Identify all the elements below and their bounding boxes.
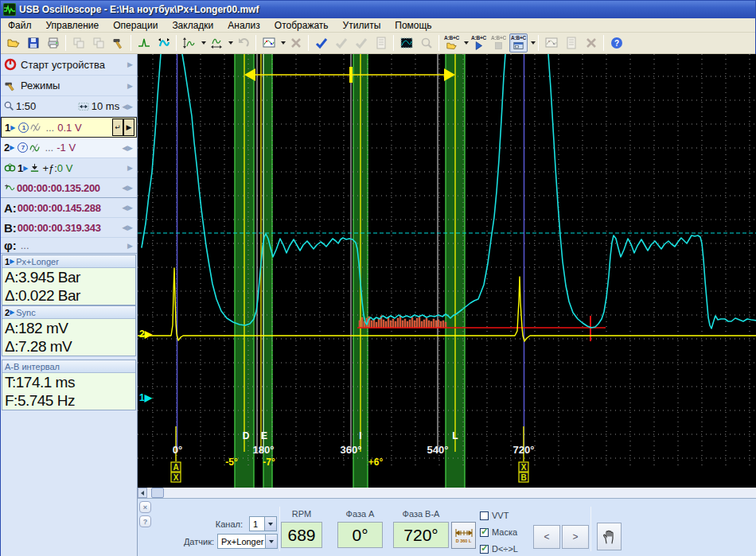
- prev-cycle-button[interactable]: <: [533, 525, 560, 549]
- tools-button[interactable]: [109, 33, 127, 52]
- stretch-signal-button[interactable]: [154, 33, 173, 52]
- phase-row[interactable]: φ: ... ▶: [1, 238, 137, 254]
- left-right-arrows-icon[interactable]: ◀▶: [122, 204, 133, 212]
- marker-b-row[interactable]: B: 000:00:00.319.343 ◀▶: [1, 218, 137, 238]
- left-right-arrows-icon[interactable]: ◀▶: [122, 144, 133, 152]
- result-delete-button: [582, 33, 600, 52]
- expand-arrow-icon[interactable]: ▶: [127, 82, 133, 90]
- mask-bar: [426, 318, 427, 328]
- left-right-arrows-icon[interactable]: ◀▶: [122, 224, 133, 231]
- zoom-ratio-value[interactable]: 1:50: [16, 100, 36, 112]
- checkbox-icon: ✓: [480, 511, 489, 520]
- expand-arrow-icon[interactable]: ▶: [127, 164, 133, 172]
- measure-value-t: T:174.1 ms: [2, 373, 135, 391]
- print-icon: [47, 37, 60, 49]
- marker-a-row[interactable]: A: 000:00:00.145.288 ◀▶: [1, 198, 137, 218]
- open-file-button[interactable]: [4, 33, 22, 52]
- phase-label: φ:: [4, 239, 17, 252]
- channel-position-marker[interactable]: 2▶: [139, 329, 153, 340]
- select-chart-button[interactable]: [259, 33, 278, 52]
- help-button[interactable]: ?: [607, 33, 625, 52]
- capture-frame-button[interactable]: [134, 33, 153, 52]
- sensor-select-dropdown[interactable]: Px+Longer: [217, 534, 278, 549]
- next-cycle-button[interactable]: >: [562, 525, 589, 549]
- toolbar: A:B+CA:B+CA:B+CA:B+C?: [1, 33, 755, 54]
- mask-bar: [433, 319, 435, 328]
- scope-canvas[interactable]: AXXBDEIL0°180°360°540°720°-5°-7°+6°2▶1▶: [138, 54, 756, 488]
- dl-checkbox[interactable]: ✓ D<÷>L: [480, 544, 518, 554]
- chevron-down-icon[interactable]: [531, 41, 536, 45]
- start-device-row[interactable]: Старт устройства ▶: [1, 54, 137, 76]
- chevron-down-icon[interactable]: [228, 41, 233, 45]
- menu-analysis[interactable]: Анализ: [220, 19, 267, 32]
- expand-arrow-icon[interactable]: ▶: [127, 242, 133, 250]
- d360-measure-button[interactable]: D 360 L: [451, 522, 476, 549]
- dropdown-button[interactable]: [265, 535, 277, 548]
- channel-position-marker[interactable]: 1▶: [139, 392, 153, 403]
- chevron-down-icon[interactable]: [464, 41, 469, 45]
- menu-file[interactable]: Файл: [1, 19, 39, 32]
- channel-1-next-button[interactable]: ▶: [123, 119, 134, 136]
- channel-1-return-button[interactable]: ↵: [112, 119, 123, 136]
- apply-check-button[interactable]: [312, 33, 330, 52]
- channel-1-scale-value[interactable]: 0.1 V: [57, 122, 81, 134]
- chevron-down-icon[interactable]: [281, 41, 286, 45]
- time-width-icon: [78, 102, 89, 111]
- modes-row[interactable]: Режимы ▶: [1, 76, 137, 96]
- menu-bookmarks[interactable]: Закладки: [165, 19, 220, 32]
- mask-checkbox[interactable]: ✓ Маска: [480, 527, 517, 537]
- expand-arrow-icon[interactable]: ▶: [127, 60, 133, 68]
- panel-close-button[interactable]: ×: [139, 501, 151, 513]
- print-button[interactable]: [44, 33, 62, 52]
- channel-select-dropdown[interactable]: 1: [249, 516, 277, 531]
- scrollbar-thumb[interactable]: [151, 488, 164, 498]
- menu-help[interactable]: Помощь: [388, 19, 438, 32]
- script-panel-button[interactable]: A:B+C: [509, 33, 528, 52]
- script-run-button[interactable]: A:B+C: [470, 33, 488, 52]
- marker-b-value[interactable]: 000:00:00.319.343: [18, 222, 101, 234]
- scroll-left-button[interactable]: [138, 488, 147, 498]
- marker-a-value[interactable]: 000:00:00.145.288: [18, 202, 101, 214]
- wave-icon: [30, 122, 42, 132]
- checkbox-icon: ✓: [480, 545, 489, 554]
- time-div-value[interactable]: 10 ms: [92, 100, 119, 112]
- hand-icon: [602, 529, 617, 545]
- copy-image-alt-icon: [92, 37, 105, 49]
- menu-display[interactable]: Отображать: [267, 19, 336, 32]
- channel-2-scale-value[interactable]: -1 V: [57, 142, 76, 154]
- vertical-scale-button[interactable]: [180, 33, 198, 52]
- time-position-value[interactable]: 000:00:00.135.200: [17, 182, 100, 194]
- channel-2-row[interactable]: 2 ▶ 7 ... -1 V ◀▶: [1, 138, 137, 158]
- apply-check-icon: [315, 37, 328, 49]
- trigger-row[interactable]: 1 ▶ +ƒ: 0 V ▶: [1, 158, 137, 178]
- result-report-icon: [565, 37, 578, 49]
- left-right-arrows-icon[interactable]: ◀▶: [122, 184, 133, 192]
- rpm-value-box: 689: [281, 522, 322, 548]
- panel-help-button[interactable]: ?: [139, 515, 151, 527]
- channel-1-row[interactable]: 1 ▶ 1 ... 0.1 V ↵▶: [1, 117, 137, 138]
- mask-bar: [419, 317, 420, 328]
- left-right-arrows-icon[interactable]: ◀▶: [122, 103, 133, 111]
- preview-chart-button[interactable]: [397, 33, 415, 52]
- vvt-checkbox[interactable]: ✓ VVT: [480, 511, 509, 520]
- menu-utilities[interactable]: Утилиты: [336, 19, 388, 32]
- chevron-down-icon[interactable]: [201, 41, 206, 45]
- horizontal-scrollbar[interactable]: [138, 488, 756, 498]
- horizontal-scale-button[interactable]: [207, 33, 225, 52]
- zoom-row[interactable]: 1:50 10 ms ◀▶: [1, 96, 137, 117]
- dropdown-button[interactable]: [264, 517, 276, 531]
- save-file-button[interactable]: [24, 33, 42, 52]
- menu-operations[interactable]: Операции: [106, 19, 165, 32]
- delete-chart-button: [286, 33, 305, 52]
- mask-bar: [388, 317, 389, 328]
- script-open-button[interactable]: A:B+C: [442, 33, 461, 52]
- trigger-level-value[interactable]: 0 V: [57, 162, 73, 174]
- pan-hand-button[interactable]: [597, 523, 622, 550]
- undo-icon: [237, 37, 250, 49]
- span-arrow-center-tick: [349, 67, 353, 83]
- preview-chart-icon: [400, 37, 413, 49]
- time-position-row[interactable]: 000:00:00.135.200 ◀▶: [1, 178, 137, 198]
- script-stop-icon: [493, 41, 504, 51]
- input-number-badge: 1: [18, 122, 29, 133]
- menu-control[interactable]: Управление: [39, 19, 107, 32]
